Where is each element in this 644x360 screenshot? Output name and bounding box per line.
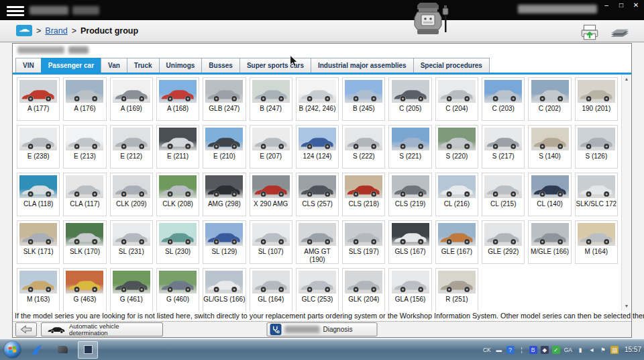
automatic-vehicle-determination-button[interactable]: Automatic vehicle determination [41, 322, 163, 336]
model-tile[interactable]: C (204) [435, 77, 478, 121]
model-tile[interactable]: B (247) [250, 77, 292, 121]
model-tile[interactable]: SLK (171) [17, 220, 60, 264]
print-icon[interactable] [580, 22, 600, 43]
tab-special-procedures[interactable]: Special procedures [413, 58, 490, 73]
model-tile[interactable]: 190 (201) [575, 77, 618, 121]
model-tile[interactable]: M (164) [575, 220, 618, 264]
model-tile[interactable]: CL (216) [435, 173, 478, 216]
tray-icon-12[interactable]: ▨ [610, 346, 619, 354]
tray-icon-6[interactable]: ◆ [541, 346, 549, 354]
model-tile[interactable]: SL (129) [203, 220, 246, 264]
model-tile[interactable]: S (222) [342, 125, 385, 169]
model-tile[interactable]: CLA (117) [63, 173, 106, 216]
model-tile[interactable]: C (202) [528, 77, 571, 121]
model-tile[interactable]: GLB (247) [203, 77, 246, 121]
model-tile[interactable]: S (126) [575, 125, 618, 169]
model-tile[interactable]: CLS (218) [342, 173, 385, 216]
tray-icon-3[interactable]: ? [506, 346, 515, 354]
model-tile[interactable]: CLK (209) [110, 173, 153, 216]
model-tile[interactable]: SL (230) [156, 220, 199, 264]
tab-vin[interactable]: VIN [15, 58, 42, 73]
taskbar-app-3-active[interactable] [78, 341, 98, 359]
model-tile[interactable]: E (213) [63, 125, 106, 169]
tray-icon-2[interactable]: ▬ [495, 346, 503, 354]
model-tile[interactable]: CLK (208) [156, 173, 199, 216]
tab-super-sports-cars[interactable]: Super sports cars [239, 58, 311, 73]
model-tile[interactable]: GLK (204) [342, 268, 385, 311]
minimize-button[interactable]: – [602, 1, 610, 10]
model-tile[interactable]: CLS (219) [388, 173, 431, 216]
tray-icon-8[interactable]: GA [564, 346, 573, 354]
tab-truck[interactable]: Truck [127, 58, 160, 73]
maximize-button[interactable]: □ [617, 1, 625, 10]
model-tile[interactable]: S (217) [482, 125, 525, 169]
taskbar-clock[interactable]: 15:57 [625, 346, 641, 353]
tab-van[interactable]: Van [101, 58, 127, 73]
model-tile[interactable]: CL (215) [482, 173, 525, 216]
tray-icon-10[interactable]: ◄ [588, 346, 596, 354]
tab-passenger-car[interactable]: Passenger car [41, 58, 101, 73]
close-button[interactable]: ✕ [632, 1, 640, 10]
tab-busses[interactable]: Busses [201, 58, 240, 73]
model-tile[interactable]: SLK (170) [63, 220, 106, 264]
model-tile[interactable]: C (205) [388, 77, 431, 121]
model-tile[interactable]: GLE (292) [482, 220, 525, 264]
model-tile[interactable]: A (169) [110, 77, 153, 121]
tray-icon-4[interactable]: ¦ [518, 346, 526, 354]
model-tile[interactable]: GLA (156) [388, 268, 431, 311]
model-tile[interactable]: SLS (197) [342, 220, 385, 264]
model-tile[interactable]: B (245) [342, 77, 385, 121]
model-tile[interactable]: S (220) [435, 125, 478, 169]
taskbar-app-2[interactable] [52, 341, 72, 359]
tray-icon-1[interactable]: CK [482, 346, 492, 354]
tab-unimogs[interactable]: Unimogs [159, 58, 203, 73]
model-tile[interactable]: AMG (298) [203, 173, 246, 216]
model-tile[interactable]: X 290 AMG [250, 173, 292, 216]
tab-industrial-major-assemblies[interactable]: Industrial major assemblies [311, 58, 414, 73]
model-tile[interactable]: S (221) [388, 125, 431, 169]
model-tile[interactable]: 124 (124) [296, 125, 339, 169]
start-button[interactable] [4, 341, 21, 358]
model-tile[interactable]: E (210) [203, 125, 246, 169]
model-tile[interactable]: CLS (257) [296, 173, 339, 216]
model-tile[interactable]: SLK/SLC 172 [575, 173, 618, 216]
tray-icon-11[interactable]: ⚑ [599, 346, 607, 354]
model-tile[interactable]: S (140) [528, 125, 571, 169]
model-tile[interactable]: GLS (167) [388, 220, 431, 264]
model-tile[interactable]: B (242, 246) [296, 77, 339, 121]
scrollbar-down-arrow[interactable]: ▼ [622, 302, 631, 311]
back-button[interactable] [15, 322, 37, 336]
model-tile[interactable]: GLC (253) [296, 268, 339, 311]
model-tile[interactable]: G (463) [63, 268, 106, 311]
model-tile[interactable]: AMG GT (190) [296, 220, 339, 264]
model-tile[interactable]: E (207) [250, 125, 292, 169]
model-tile[interactable]: E (238) [17, 125, 60, 169]
model-tile[interactable]: GL (164) [250, 268, 292, 311]
model-tile[interactable]: G (461) [110, 268, 153, 311]
grid-scrollbar[interactable]: ▲ ▼ [621, 75, 631, 311]
model-tile[interactable]: SL (231) [110, 220, 153, 264]
model-tile[interactable]: GL/GLS (166) [203, 268, 246, 311]
model-tile[interactable]: R (251) [435, 268, 478, 311]
model-tile[interactable]: E (212) [110, 125, 153, 169]
model-tile[interactable]: SL (107) [250, 220, 292, 264]
model-tile[interactable]: E (211) [156, 125, 199, 169]
model-tile[interactable]: G (460) [156, 268, 199, 311]
model-tile[interactable]: M (163) [17, 268, 60, 311]
tray-icon-5[interactable]: B [529, 346, 537, 354]
documents-book-icon[interactable] [609, 24, 631, 42]
model-tile[interactable]: M/GLE (166) [528, 220, 571, 264]
model-tile[interactable]: C (203) [482, 77, 525, 121]
hamburger-menu-icon[interactable] [7, 4, 24, 16]
diagnosis-button[interactable]: Diagnosis [267, 322, 378, 336]
model-tile[interactable]: A (176) [63, 77, 106, 121]
tray-icon-7[interactable]: ✓ [552, 346, 560, 354]
breadcrumb-brand-link[interactable]: Brand [45, 26, 67, 36]
model-tile[interactable]: A (168) [156, 77, 199, 121]
model-tile[interactable]: CL (140) [528, 173, 571, 216]
model-tile[interactable]: A (177) [17, 77, 60, 121]
model-tile[interactable]: GLE (167) [435, 220, 478, 264]
scrollbar-up-arrow[interactable]: ▲ [622, 75, 631, 84]
taskbar-app-1[interactable] [27, 341, 47, 359]
tray-icon-9[interactable]: ▮ [576, 346, 584, 354]
